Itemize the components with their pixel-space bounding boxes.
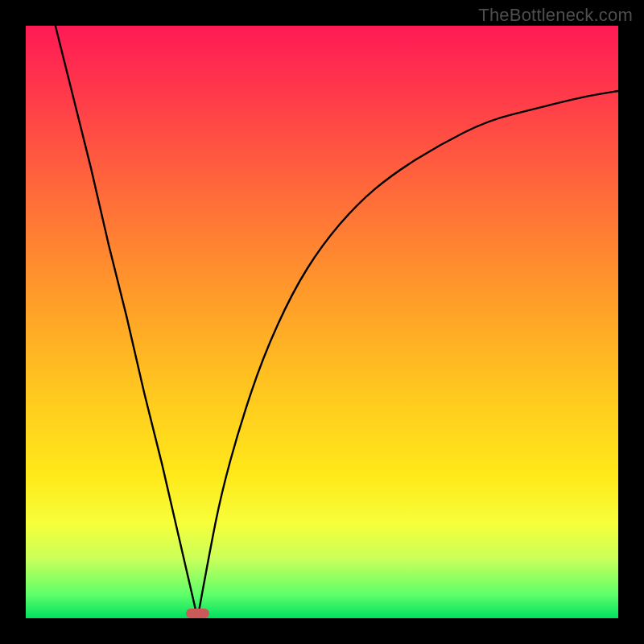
curve-left-branch	[56, 26, 198, 618]
curve-right-branch	[197, 91, 618, 618]
chart-curve-svg	[26, 26, 618, 618]
chart-plot-area	[26, 26, 618, 618]
chart-frame: TheBottleneck.com	[0, 0, 644, 644]
chart-minimum-marker	[186, 609, 209, 618]
watermark-text: TheBottleneck.com	[478, 5, 633, 26]
